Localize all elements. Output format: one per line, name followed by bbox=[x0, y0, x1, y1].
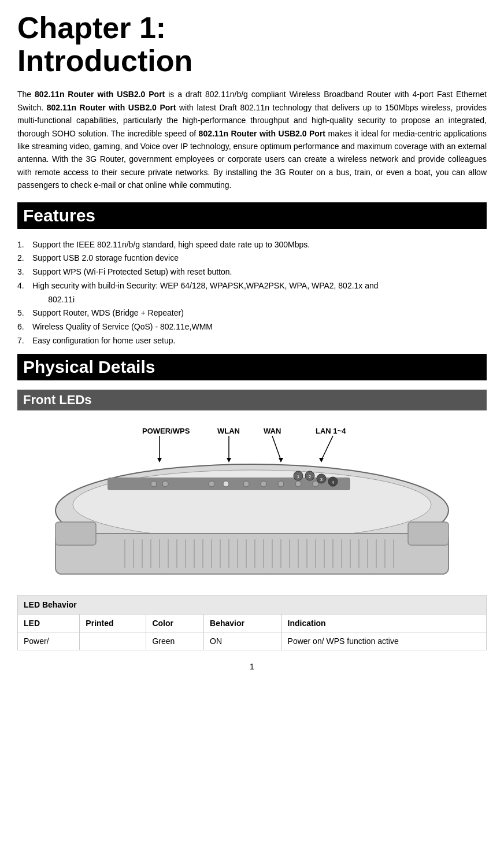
wan-label: WAN bbox=[264, 427, 281, 435]
product-name-3: 802.11n Router with USB2.0 Port bbox=[199, 129, 325, 138]
svg-text:4: 4 bbox=[332, 480, 335, 485]
wlan-label: WLAN bbox=[217, 427, 240, 435]
table-section-header-row: LED Behavior bbox=[18, 595, 487, 614]
svg-point-11 bbox=[151, 481, 157, 487]
svg-line-4 bbox=[272, 436, 281, 460]
svg-point-13 bbox=[209, 481, 214, 487]
svg-point-17 bbox=[278, 481, 284, 487]
list-item: 4. High security with build-in Security:… bbox=[17, 279, 487, 307]
svg-rect-63 bbox=[408, 522, 449, 545]
svg-point-16 bbox=[261, 481, 266, 487]
router-svg: POWER/WPS WLAN WAN LAN 1~4 1 bbox=[32, 421, 472, 583]
col-header-led: LED bbox=[18, 614, 80, 632]
col-header-indication: Indication bbox=[281, 614, 486, 632]
svg-text:2: 2 bbox=[309, 474, 312, 479]
svg-point-19 bbox=[313, 481, 318, 487]
svg-text:3: 3 bbox=[320, 477, 323, 482]
list-item: 5.Support Router, WDS (Bridge + Repeater… bbox=[17, 306, 487, 320]
list-item: 2.Support USB 2.0 storage fucntion devic… bbox=[17, 251, 487, 265]
svg-rect-62 bbox=[55, 522, 96, 545]
svg-line-6 bbox=[321, 436, 333, 460]
cell-behavior: ON bbox=[204, 632, 282, 650]
product-name-1: 802.11n Router with USB2.0 Port bbox=[35, 90, 165, 99]
led-behavior-table: LED Behavior LED Printed Color Behavior … bbox=[17, 595, 487, 650]
product-name-2: 802.11n Router with USB2.0 Port bbox=[47, 103, 176, 112]
cell-indication: Power on/ WPS function active bbox=[281, 632, 486, 650]
router-diagram: POWER/WPS WLAN WAN LAN 1~4 1 bbox=[17, 421, 487, 584]
page-number: 1 bbox=[17, 662, 487, 671]
col-header-printed: Printed bbox=[80, 614, 146, 632]
svg-marker-1 bbox=[157, 458, 162, 462]
cell-color: Green bbox=[146, 632, 204, 650]
table-row: Power/ Green ON Power on/ WPS function a… bbox=[18, 632, 487, 650]
svg-text:1: 1 bbox=[297, 474, 300, 479]
intro-paragraph: The 802.11n Router with USB2.0 Port is a… bbox=[17, 88, 487, 191]
chapter-title-line1: Chapter 1: bbox=[17, 11, 166, 45]
list-item: 3.Support WPS (Wi-Fi Protected Setup) wi… bbox=[17, 265, 487, 279]
list-item: 1.Support the IEEE 802.11n/b/g standard,… bbox=[17, 238, 487, 252]
svg-point-14 bbox=[223, 481, 229, 487]
led-behavior-section-label: LED Behavior bbox=[18, 595, 487, 614]
lan-label: LAN 1~4 bbox=[316, 427, 346, 435]
svg-point-18 bbox=[295, 481, 301, 487]
power-wps-label: POWER/WPS bbox=[142, 427, 190, 435]
physical-details-header: Physical Details bbox=[17, 354, 487, 380]
svg-marker-7 bbox=[319, 458, 324, 462]
chapter-title-line2: Introduction bbox=[17, 44, 192, 77]
cell-printed bbox=[80, 632, 146, 650]
col-header-color: Color bbox=[146, 614, 204, 632]
svg-marker-3 bbox=[227, 458, 231, 462]
list-item: 7.Easy configuration for home user setup… bbox=[17, 334, 487, 348]
col-header-behavior: Behavior bbox=[204, 614, 282, 632]
cell-led: Power/ bbox=[18, 632, 80, 650]
svg-point-15 bbox=[243, 481, 249, 487]
table-column-headers: LED Printed Color Behavior Indication bbox=[18, 614, 487, 632]
list-item: 6.Wireless Quality of Service (QoS) - 80… bbox=[17, 320, 487, 334]
svg-rect-29 bbox=[55, 534, 449, 574]
front-leds-header: Front LEDs bbox=[17, 390, 487, 410]
chapter-title: Chapter 1: Introduction bbox=[17, 12, 487, 77]
features-header: Features bbox=[17, 202, 487, 229]
svg-marker-5 bbox=[279, 458, 283, 462]
features-list: 1.Support the IEEE 802.11n/b/g standard,… bbox=[17, 238, 487, 348]
svg-point-12 bbox=[162, 481, 168, 487]
